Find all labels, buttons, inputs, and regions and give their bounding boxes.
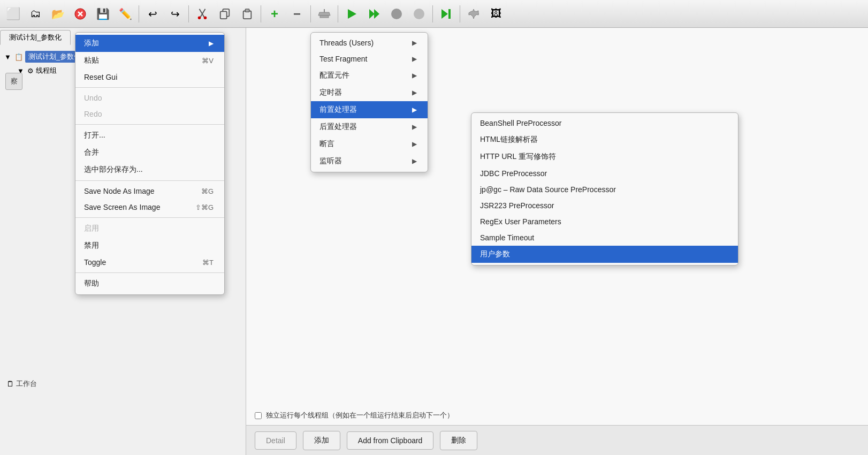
menu-item-http-rewrite[interactable]: HTTP URL 重写修饰符 [471,148,738,165]
tree-tab[interactable]: 测试计划_参数化 [0,30,71,45]
menu-item-config-label: 配置元件 [319,71,406,80]
menu-item-paste[interactable]: 粘贴 ⌘V [75,52,224,69]
tree-node-label: 线程组 [36,66,57,75]
edit-button[interactable]: ✏️ [115,3,136,25]
menu-item-regex[interactable]: RegEx User Parameters [471,214,738,230]
menu-item-resetgui[interactable]: Reset Gui [75,69,224,85]
menu-item-assertion[interactable]: 断言 ▶ [311,135,428,153]
menu-item-listener-label: 监听器 [319,156,406,166]
minus-button[interactable]: − [286,3,308,25]
menu-item-saveas-image[interactable]: Save Node As Image ⌘G [75,183,224,199]
open-button[interactable]: 📂 [47,3,68,25]
detail-button[interactable]: Detail [255,431,296,450]
menu-item-help-label: 帮助 [84,279,214,289]
menu-item-add-label: 添加 [84,39,202,48]
menu-item-sample-timeout[interactable]: Sample Timeout [471,230,738,246]
save-button[interactable]: 💾 [92,3,113,25]
menu-item-open[interactable]: 打开... [75,127,224,144]
menu-arrow-listener: ▶ [412,157,417,165]
add-button[interactable]: 添加 [303,431,340,450]
tree-node-icon: 📋 [14,53,23,61]
menu-item-beanshell[interactable]: BeanShell PreProcessor [471,115,738,131]
image-button[interactable]: 🖼 [485,3,507,25]
menu-item-user-params[interactable]: 用户参数 [471,246,738,263]
stop-button[interactable] [386,3,407,25]
start2-button[interactable] [363,3,385,25]
menu-item-screen-image-label: Save Screen As Image [84,203,189,211]
bottom-bar: Detail 添加 Add from Clipboard 删除 [246,425,868,455]
thread-group-checkbox[interactable] [255,412,262,419]
start-button[interactable] [341,3,362,25]
menu-item-html-link[interactable]: HTML链接解析器 [471,131,738,148]
close-button[interactable] [70,3,91,25]
menu-item-resetgui-label: Reset Gui [84,73,214,81]
menu-arrow-postprocessor: ▶ [412,123,417,131]
remote-button[interactable] [436,3,457,25]
menu-item-html-link-label: HTML链接解析器 [480,135,727,145]
menu-item-jpgc[interactable]: jp@gc – Raw Data Source PreProcessor [471,181,738,198]
redo-button[interactable]: ↪ [164,3,186,25]
menu-item-jsr223-label: JSR223 PreProcessor [480,201,727,210]
configure-button[interactable] [314,3,335,25]
menu-item-jdbc[interactable]: JDBC PreProcessor [471,165,738,181]
svg-marker-14 [374,9,379,19]
paste-button[interactable] [237,3,258,25]
sep2 [188,5,189,22]
menu-arrow-timer: ▶ [412,89,417,96]
menu-item-jsr223[interactable]: JSR223 PreProcessor [471,198,738,214]
menu-item-disable[interactable]: 禁用 [75,237,224,254]
template-button[interactable]: 🗂 [25,3,46,25]
menu-item-saveas-label: 选中部分保存为... [84,165,214,175]
svg-point-3 [198,16,201,19]
menu-toggle-shortcut: ⌘T [202,259,214,267]
menu-item-timer-label: 定时器 [319,88,406,97]
delete-button[interactable]: 删除 [440,431,477,450]
menu-item-saveas[interactable]: 选中部分保存为... [75,161,224,178]
sep4 [310,5,311,22]
menu-sep-3 [75,180,224,181]
menu-item-open-label: 打开... [84,131,214,140]
undo-button[interactable]: ↩ [142,3,163,25]
menu-arrow-fragment: ▶ [412,55,417,63]
copy-button[interactable] [214,3,235,25]
menu-item-preprocessor[interactable]: 前置处理器 ▶ [311,101,428,118]
svg-marker-12 [348,9,356,19]
cut-button[interactable] [192,3,213,25]
menu-item-merge[interactable]: 合并 [75,144,224,161]
menu-item-listener[interactable]: 监听器 ▶ [311,153,428,170]
tree-tab-label: 测试计划_参数化 [9,33,62,41]
sep3 [261,5,261,22]
menu-item-screen-image[interactable]: Save Screen As Image ⇧⌘G [75,199,224,215]
stop2-button[interactable] [408,3,430,25]
menu-item-jdbc-label: JDBC PreProcessor [480,169,727,178]
plus-button[interactable]: + [264,3,285,25]
menu-item-postprocessor-label: 后置处理器 [319,122,406,132]
menu-item-fragment[interactable]: Test Fragment ▶ [311,51,428,67]
monitor-label: 察 [11,77,18,86]
menu-item-merge-label: 合并 [84,148,214,157]
monitor-icon: 察 [4,71,24,92]
menu-item-postprocessor[interactable]: 后置处理器 ▶ [311,118,428,135]
menu-item-threads[interactable]: Threads (Users) ▶ [311,35,428,51]
menu-item-paste-label: 粘贴 [84,56,195,65]
menu-item-undo-label: Undo [84,94,214,102]
menu-item-help[interactable]: 帮助 [75,275,224,292]
context-menu-l1: 添加 ▶ 粘贴 ⌘V Reset Gui Undo Redo 打开... 合并 … [75,32,225,295]
toolbar: ⬜ 🗂 📂 💾 ✏️ ↩ ↪ + − 🖼 [0,0,868,28]
new-button[interactable]: ⬜ [2,3,24,25]
workbench-area: 🗒 工作台 [4,377,39,391]
menu-sep-4 [75,217,224,218]
menu-item-config[interactable]: 配置元件 ▶ [311,67,428,84]
menu-item-timer[interactable]: 定时器 ▶ [311,84,428,101]
settings-button[interactable] [463,3,484,25]
menu-item-redo: Redo [75,106,224,122]
menu-item-threads-label: Threads (Users) [319,39,406,47]
menu-item-add[interactable]: 添加 ▶ [75,35,224,52]
menu-item-toggle[interactable]: Toggle ⌘T [75,254,224,270]
add-clipboard-button[interactable]: Add from Clipboard [347,431,434,450]
workbench-label: 工作台 [16,379,37,389]
tree-toggle-icon: ▼ [4,53,11,61]
menu-arrow-add: ▶ [209,40,214,47]
svg-rect-10 [320,16,329,18]
checkbox-row: 独立运行每个线程组（例如在一个组运行结束后启动下一个） [255,406,868,425]
